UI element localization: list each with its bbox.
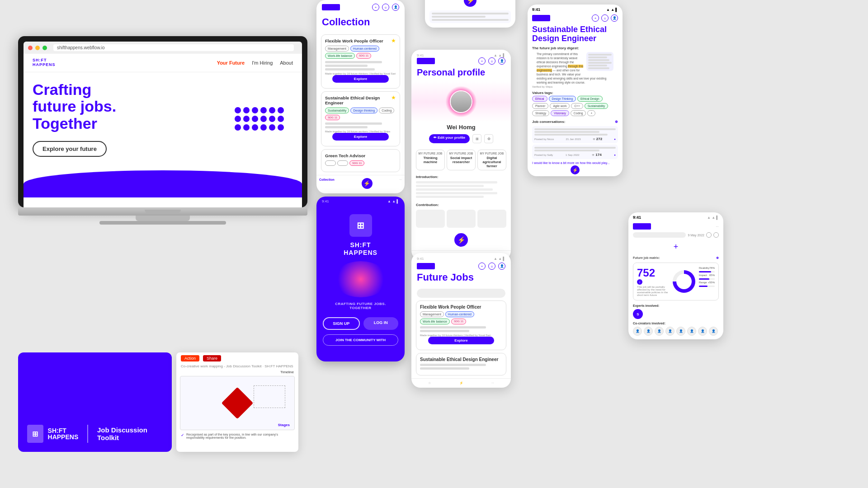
settings-icon-button[interactable]: ⚙ [484,134,493,143]
splash-tagline: CRAFTING FUTURE JOBS. TOGETHER [326,302,396,310]
nav-collection[interactable]: Collection [319,178,335,191]
person-icon[interactable]: 👤 [392,4,399,11]
workflow-timeline: Timeline [176,370,298,376]
job-card-sustainable[interactable]: Sustainable Ethical Design Engineer Sust… [321,91,400,146]
sust-icons: + ☺ 👤 [592,14,618,22]
profile-emoji-icon[interactable]: ☺ [488,57,495,65]
mat-cc-2: 👤 [644,327,653,336]
fj-tag-sdg: SDG 11 [451,319,466,324]
contrib-card-1 [416,210,445,228]
mat-stats: Reability 78% Impact 65% Range +55% [699,267,715,296]
edit-profile-button[interactable]: ✏ Edit your profile [429,134,470,143]
fj-nav-3[interactable]: ··· [491,381,494,385]
nav-links: Your Future I'm Hiring About [217,60,293,66]
browser-url-bar[interactable]: shifthappens.webflow.io [53,44,294,51]
laptop-mockup: shifthappens.webflow.io SH:FT HAPPENS Yo… [18,36,307,225]
wf-tag-share: Share [203,355,221,361]
mat-cc-3: 👤 [655,327,664,336]
mat-radio-2[interactable] [713,232,719,238]
nav-your-future[interactable]: Your Future [217,60,245,66]
lightning-nav-icon[interactable]: ⚡ [362,178,373,189]
star-icon-1: ★ [391,38,396,44]
profile-phone-top: 9:41 ▲ ▲ ▌ + ☺ 👤 Personal profile [411,50,511,81]
sust-convo-footer-1: Posted by Nicco 21 Jan 2023 👁 272 ● [534,137,616,141]
fj-job-title-1: Flexible Work People Officer [420,305,502,310]
signup-button[interactable]: SIGN UP [323,317,360,330]
brand-logo-icon: ⊞ [27,425,43,443]
nav-im-hiring[interactable]: I'm Hiring [252,60,273,66]
explore-button-2[interactable]: Explore [332,133,389,141]
splash-status-icons: ▲ ▲ ▌ [387,199,399,203]
fj-tags-1: Management Human-centered Work-life bala… [420,311,502,324]
sust-tag-strategy: Strategy [532,110,549,116]
mat-cc-1: 👤 [633,327,642,336]
workflow-header: Action Share [176,352,298,364]
brand-divider [87,425,88,443]
sust-tag-visionary: Visionary [551,110,569,116]
future-job-label-1: My future job [418,152,443,155]
sust-dot-1: ● [614,138,616,141]
sust-posted-sally: Posted by Sally [534,154,553,156]
profile-logo-row-2: + ☺ 👤 [417,57,505,65]
fj-explore-btn-1[interactable]: Explore [428,337,494,344]
fj-person-icon[interactable]: 👤 [498,263,505,270]
fj-tag-wlb: Work-life balance [420,319,450,324]
sust-plus-icon[interactable]: + [592,14,599,22]
sust-tag-coding: Coding [571,110,586,116]
fj-title: Future Jobs [417,272,505,283]
mat-cc-5: 👤 [676,327,685,336]
profile-plus-icon[interactable]: + [478,57,486,65]
fj-job-card-1[interactable]: Flexible Work People Officer Management … [416,300,506,350]
job-title-green-tech: Green Tech Advisor [325,153,396,158]
fj-nav-2[interactable]: ⚡ [459,381,463,385]
fj-nav-1[interactable]: ☆ [428,381,431,385]
mat-posted-row: 9 May 2022 [628,231,723,239]
tag-human-centered: Human-centered [350,46,379,52]
splash-status-bar: 9:41 ▲ ▲ ▌ [316,197,405,205]
login-button[interactable]: LOG IN [363,317,399,330]
mat-stat-range: Range +55% [699,281,715,284]
future-job-label-3: My future job [480,152,504,155]
workflow-canvas: Stages [180,376,295,430]
workflow-footer-text: Recognised as part of the key process, i… [186,433,294,439]
mat-radio-1[interactable] [706,232,712,238]
mat-cocreators-label: Co-creators involved: [628,321,723,326]
sust-tag-plus: + [587,110,595,116]
sust-title: Sustainable Ethical Design Engineer [528,23,623,46]
fj-icons: + ☺ 👤 [478,263,505,270]
brand-logo: ⊞ SH:FT HAPPENS Job Discussion Toolkit [27,425,163,443]
mat-plus-icon[interactable]: + [674,242,679,252]
mat-expand-icon[interactable]: ⊕ [716,256,719,260]
profile-title: Personal profile [417,67,505,78]
laptop-stand [136,216,190,221]
nav-item-3[interactable]: ··· [399,178,402,191]
contribution-section-label: Contribution: [411,201,511,208]
sust-count-1: 👁 272 [593,137,602,141]
hero-cta-button[interactable]: Explore your future [33,141,107,157]
mat-experts-label: Experts involved: [628,302,723,308]
fj-job-card-2[interactable]: Sustainable Ethical Design Engineer [416,353,506,375]
sust-want-link[interactable]: I would like to know a bit more on how t… [528,160,623,165]
sust-emoji-icon[interactable]: ☺ [601,14,609,22]
tag-coding: Coding [379,108,394,113]
brand-card: ⊞ SH:FT HAPPENS Job Discussion Toolkit [18,352,172,452]
sust-person-icon[interactable]: 👤 [611,14,618,22]
sust-convo-footer-2: Posted by Sally 1 Sep 2022 👁 174 ● [534,153,616,157]
job-card-green-tech[interactable]: Green Tech Advisor SDG 11 [321,149,400,172]
plus-icon[interactable]: + [372,4,379,11]
intro-section-label: Introduction: [411,173,511,180]
tag-sdg11-2: SDG 11 [325,115,340,120]
job-card-flexible-work[interactable]: Flexible Work People Officer Management … [321,34,400,89]
profile-person-icon[interactable]: 👤 [498,57,505,65]
mat-score-value: 752 [637,267,669,279]
fj-search-bar[interactable] [417,289,505,298]
profile-logo [417,58,435,64]
explore-button-1[interactable]: Explore [332,75,389,83]
splash-buttons: SIGN UP LOG IN [316,313,405,334]
fj-plus-icon[interactable]: + [478,263,486,270]
share-icon-button[interactable]: ⊞ [472,134,481,143]
community-button[interactable]: JOIN THE COMMUNITY WITH [323,334,398,346]
nav-about[interactable]: About [280,60,293,66]
emoji-icon[interactable]: ☺ [382,4,389,11]
fj-emoji-icon[interactable]: ☺ [488,263,495,270]
